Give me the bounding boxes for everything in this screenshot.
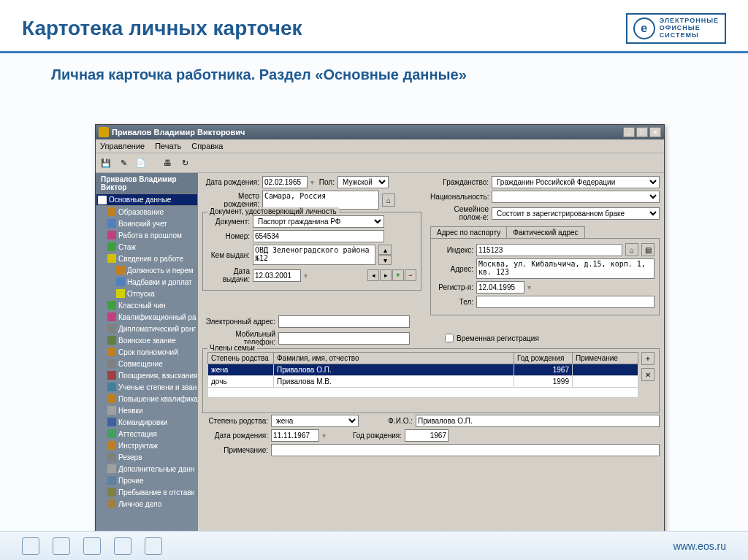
- footer-icon: [22, 537, 39, 555]
- scroll-down-icon[interactable]: ▾: [378, 255, 392, 265]
- close-button[interactable]: ×: [649, 127, 661, 137]
- index-input[interactable]: [476, 244, 622, 256]
- sex-select[interactable]: Мужской: [337, 176, 389, 188]
- tree-item[interactable]: Классный чин: [96, 299, 198, 311]
- print-icon[interactable]: 🖶: [160, 156, 175, 170]
- birth-date-input[interactable]: [262, 176, 308, 188]
- tree-item[interactable]: Стаж: [96, 241, 198, 253]
- slide-title: Картотека личных карточек: [22, 17, 302, 40]
- tree-item-icon: [107, 429, 116, 438]
- tree-item[interactable]: Пребывание в отставк: [96, 486, 198, 498]
- tree-item[interactable]: Ученые степени и зван: [96, 381, 198, 393]
- tree-item-icon: [116, 266, 125, 275]
- tree-item[interactable]: Повышение квалифика: [96, 393, 198, 404]
- tempreg-checkbox[interactable]: [445, 334, 454, 342]
- family-fieldset: Члены семьи Степень родства Фамилия, имя…: [202, 348, 660, 413]
- tree-item[interactable]: Основные данные: [96, 193, 198, 206]
- edit-icon[interactable]: ✎: [116, 156, 131, 170]
- maximize-button[interactable]: □: [636, 127, 648, 137]
- email-label: Электронный адрес:: [202, 318, 275, 326]
- tree-item[interactable]: Резерв: [96, 451, 198, 463]
- detail-fio-input[interactable]: [416, 415, 660, 427]
- issue-date-input[interactable]: [253, 269, 301, 282]
- tree-item-icon: [107, 488, 116, 496]
- detail-bd-input[interactable]: [271, 429, 319, 442]
- addr-input[interactable]: Москва, ул. Кибальчича, д.15, корп. 1, к…: [476, 258, 654, 279]
- issued-label: Кем выдан:: [207, 251, 250, 259]
- tab-passport-address[interactable]: Адрес по паспорту: [430, 226, 507, 238]
- home-icon[interactable]: ⌂: [625, 243, 638, 256]
- tree-item[interactable]: Инструктаж: [96, 440, 198, 451]
- tree-item[interactable]: Надбавки и доплат: [96, 276, 198, 288]
- tree-item[interactable]: Аттестация: [96, 428, 198, 440]
- detail-year-input[interactable]: [405, 429, 449, 442]
- save-icon[interactable]: 💾: [99, 156, 113, 170]
- add-row-button[interactable]: +: [641, 352, 654, 365]
- book-icon[interactable]: ▤: [641, 243, 654, 256]
- detail-rel-select[interactable]: жена: [271, 415, 359, 427]
- tree-item[interactable]: Срок полномочий: [96, 346, 198, 358]
- footer-icon: [83, 537, 101, 555]
- remove-button[interactable]: −: [405, 269, 416, 281]
- app-window: Привалов Владимир Викторович _ □ × Управ…: [95, 124, 665, 546]
- tree-root[interactable]: Привалов Владимир Виктор: [96, 173, 198, 193]
- minimize-button[interactable]: _: [623, 127, 635, 137]
- menu-manage[interactable]: Управление: [100, 142, 145, 150]
- tab-actual-address[interactable]: Фактический адрес: [506, 226, 584, 238]
- logo: e ЭЛЕКТРОННЫЕ ОФИСНЫЕ СИСТЕМЫ: [626, 13, 726, 44]
- menubar: Управление Печать Справка: [96, 139, 664, 153]
- nationality-select[interactable]: [492, 191, 660, 203]
- detail-note-label: Примечание:: [202, 446, 268, 454]
- tree-item[interactable]: Командировки: [96, 416, 198, 428]
- iddoc-fieldset: Документ, удостоверяющий личность Докуме…: [202, 212, 421, 291]
- tree-item-icon: [107, 406, 116, 415]
- tel-label: Тел:: [435, 298, 473, 306]
- email-input[interactable]: [278, 315, 410, 328]
- scroll-up-icon[interactable]: ▴: [378, 245, 392, 255]
- tree-item[interactable]: Неявки: [96, 404, 198, 416]
- detail-fio-label: Ф.И.О.:: [362, 417, 413, 425]
- copy-icon[interactable]: 📄: [134, 156, 148, 170]
- delete-row-button[interactable]: ✕: [641, 368, 654, 381]
- home-icon[interactable]: ⌂: [382, 193, 395, 207]
- detail-note-input[interactable]: [271, 444, 660, 456]
- tree-item[interactable]: Совмещение: [96, 358, 198, 369]
- table-row[interactable]: дочьПривалова М.В.1999: [208, 376, 638, 388]
- issued-input[interactable]: ОВД Зеленоградского района №12: [253, 245, 375, 265]
- tree-item-icon: [107, 476, 116, 485]
- tree-item[interactable]: Поощрения, взыскания: [96, 369, 198, 381]
- reg-input[interactable]: [476, 281, 524, 294]
- mobile-input[interactable]: [278, 332, 410, 345]
- tree-item[interactable]: Должность и перем: [96, 264, 198, 276]
- tree-item[interactable]: Дипломатический ранг: [96, 323, 198, 334]
- citizenship-label: Гражданство:: [430, 178, 489, 186]
- prev-button[interactable]: ◂: [367, 269, 379, 281]
- tree-item[interactable]: Прочие: [96, 475, 198, 486]
- tree-item[interactable]: Дополнительные данн: [96, 463, 198, 475]
- citizenship-select[interactable]: Гражданин Российской Федерации: [492, 176, 660, 188]
- table-row[interactable]: женаПривалова О.П.1967: [208, 364, 638, 376]
- refresh-icon[interactable]: ↻: [178, 156, 192, 170]
- next-button[interactable]: ▸: [380, 269, 392, 281]
- menu-print[interactable]: Печать: [155, 142, 181, 150]
- tree-item[interactable]: Сведения о работе: [96, 253, 198, 264]
- add-button[interactable]: +: [392, 269, 404, 281]
- marital-select[interactable]: Состоит в зарегистрированном браке: [492, 207, 660, 220]
- tree-item[interactable]: Образование: [96, 206, 198, 218]
- tree-item-icon: [107, 324, 116, 333]
- tree-item[interactable]: Воинское звание: [96, 334, 198, 346]
- tree-item[interactable]: Отпуска: [96, 288, 198, 299]
- tree-item[interactable]: Работа в прошлом: [96, 229, 198, 241]
- tree-item-icon: [107, 348, 116, 356]
- doc-select[interactable]: Паспорт гражданина РФ: [253, 215, 384, 228]
- tree-item[interactable]: Воинский учет: [96, 218, 198, 229]
- tree-item[interactable]: Личное дело: [96, 498, 198, 510]
- tree-item[interactable]: Квалификационный ра: [96, 311, 198, 323]
- family-table: Степень родства Фамилия, имя, отчество Г…: [207, 352, 638, 398]
- tel-input[interactable]: [476, 296, 654, 308]
- tree-item-icon: [107, 231, 116, 239]
- menu-help[interactable]: Справка: [191, 142, 223, 150]
- tempreg-label: Временная регистрация: [457, 334, 539, 342]
- tree-item-icon: [107, 464, 116, 473]
- num-input[interactable]: [253, 230, 384, 242]
